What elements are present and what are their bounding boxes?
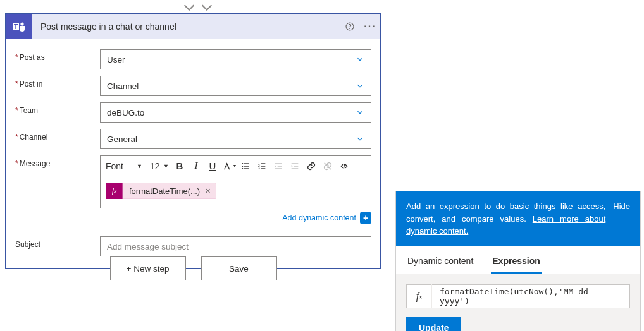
select-post-as[interactable]: User — [100, 49, 371, 69]
svg-rect-8 — [244, 163, 249, 164]
select-channel[interactable]: General — [100, 129, 371, 149]
expression-value: formatDateTime(utcNow(),'MM-dd-yyyy') — [432, 287, 629, 306]
svg-rect-17 — [275, 163, 282, 164]
outdent-button[interactable] — [271, 159, 285, 173]
tab-dynamic-content[interactable]: Dynamic content — [406, 256, 474, 274]
token-remove-icon[interactable]: ✕ — [205, 187, 216, 195]
expression-tip-text: Add an expression to do basic things lik… — [406, 200, 605, 238]
select-team[interactable]: deBUG.to — [100, 102, 371, 123]
expression-input[interactable]: fx formatDateTime(utcNow(),'MM-dd-yyyy') — [406, 284, 630, 308]
indent-button[interactable] — [288, 159, 302, 173]
chevron-down-icon — [356, 108, 364, 117]
card-title: Post message in a chat or channel — [32, 21, 340, 32]
fx-icon: fx — [106, 183, 123, 199]
fx-icon: fx — [407, 284, 432, 308]
svg-rect-19 — [275, 168, 282, 169]
italic-button[interactable]: I — [189, 159, 203, 173]
svg-rect-22 — [292, 168, 299, 169]
bullet-list-button[interactable] — [238, 159, 252, 173]
number-list-button[interactable]: 123 — [255, 159, 269, 173]
svg-rect-18 — [278, 166, 282, 166]
token-label: formatDateTime(...) — [123, 186, 205, 196]
svg-rect-15 — [261, 166, 265, 166]
chevron-down-icon — [356, 81, 364, 90]
font-picker[interactable]: Font▼ — [104, 159, 146, 173]
subject-input[interactable]: Add message subject — [100, 236, 371, 256]
unlink-button[interactable] — [321, 159, 335, 173]
ellipsis-icon[interactable]: ··· — [360, 14, 380, 39]
chevron-down-icon — [356, 55, 364, 64]
svg-rect-20 — [292, 163, 299, 164]
font-size-picker[interactable]: 12▼ — [149, 159, 170, 173]
svg-point-7 — [242, 168, 243, 169]
action-card: T Post message in a chat or channel ··· … — [5, 13, 381, 269]
teams-icon: T — [6, 14, 32, 39]
new-step-button[interactable]: + New step — [110, 256, 186, 280]
bold-button[interactable]: B — [173, 159, 187, 173]
select-post-in[interactable]: Channel — [100, 76, 371, 96]
svg-point-6 — [242, 166, 243, 167]
label-post-as: *Post as — [15, 49, 100, 62]
save-button[interactable]: Save — [201, 256, 277, 280]
chevron-down-icon — [356, 135, 364, 143]
underline-button[interactable]: U — [206, 159, 220, 173]
label-team: *Team — [15, 102, 100, 115]
code-view-button[interactable] — [337, 159, 351, 173]
svg-rect-21 — [294, 166, 299, 166]
svg-rect-14 — [261, 163, 265, 164]
message-editor[interactable]: Font▼ 12▼ B I U ▾ 123 — [100, 155, 371, 208]
rich-text-toolbar: Font▼ 12▼ B I U ▾ 123 — [101, 156, 371, 176]
update-button[interactable]: Update — [406, 317, 461, 332]
label-channel: *Channel — [15, 129, 100, 141]
tab-expression[interactable]: Expression — [491, 256, 541, 274]
expression-token[interactable]: fx formatDateTime(...) ✕ — [106, 183, 216, 199]
expression-panel: Add an expression to do basic things lik… — [395, 191, 641, 331]
hide-panel-button[interactable]: Hide — [613, 200, 630, 238]
svg-point-4 — [349, 28, 350, 28]
label-message: *Message — [15, 155, 100, 168]
svg-point-2 — [20, 22, 23, 25]
svg-text:3: 3 — [258, 167, 260, 170]
svg-rect-16 — [261, 168, 265, 169]
svg-rect-10 — [244, 168, 249, 169]
label-post-in: *Post in — [15, 76, 100, 88]
svg-point-5 — [242, 163, 243, 164]
add-dynamic-content-plus-icon[interactable]: + — [360, 212, 371, 224]
help-icon[interactable] — [340, 14, 360, 39]
label-subject: Subject — [15, 236, 100, 249]
add-dynamic-content-link[interactable]: Add dynamic content — [282, 214, 356, 222]
svg-rect-9 — [244, 166, 249, 166]
color-picker-button[interactable]: ▾ — [222, 159, 236, 173]
svg-text:T: T — [14, 23, 18, 30]
card-header[interactable]: T Post message in a chat or channel ··· — [6, 14, 380, 39]
link-button[interactable] — [304, 159, 318, 173]
